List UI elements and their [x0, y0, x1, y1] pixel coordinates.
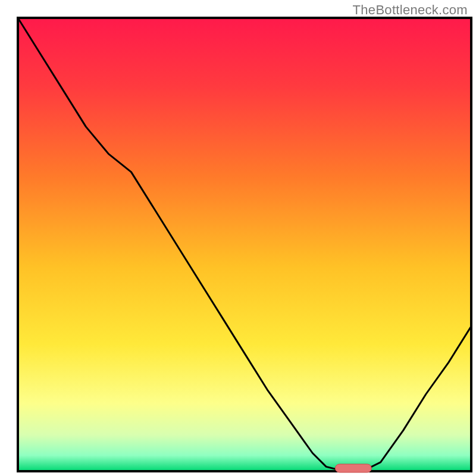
chart-container: TheBottleneck.com — [0, 0, 476, 476]
optimal-range-marker — [335, 464, 371, 472]
plot-area — [18, 18, 471, 472]
gradient-background — [18, 18, 471, 471]
bottleneck-chart — [0, 0, 476, 476]
watermark-text: TheBottleneck.com — [353, 2, 468, 18]
